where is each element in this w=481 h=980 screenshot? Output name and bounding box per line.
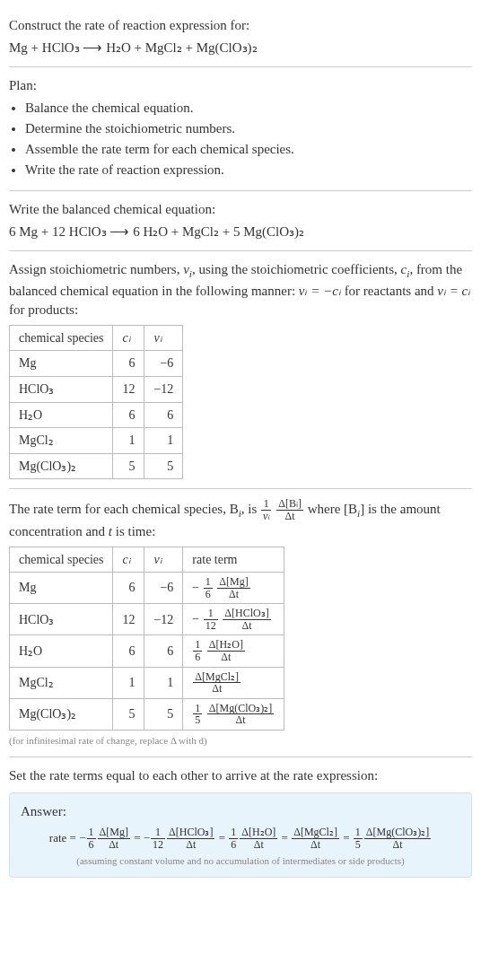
fraction: 15 [354, 827, 363, 850]
nu-cell: 1 [144, 428, 183, 454]
text: The rate term for each chemical species,… [9, 502, 239, 516]
species-cell: Mg [10, 573, 113, 604]
text: for products: [9, 302, 78, 317]
answer-label: Answer: [21, 802, 460, 821]
neg-sign: − [192, 581, 199, 594]
c-cell: 1 [113, 667, 144, 698]
table-row: H₂O 6 6 16 Δ[H₂O]Δt [10, 635, 284, 667]
fraction: 16 [87, 827, 96, 850]
fraction: Δ[Mg(ClO₃)₂]Δt [207, 703, 274, 726]
nu-cell: 1 [144, 667, 183, 698]
plan-section: Plan: Balance the chemical equation. Det… [9, 67, 472, 191]
assumption-note: (assuming constant volume and no accumul… [21, 854, 460, 868]
text: , using the stoichiometric coefficients, [192, 262, 401, 276]
table-row: HClO₃ 12 −12 [10, 376, 183, 402]
c-cell: 6 [113, 402, 144, 428]
balanced-section: Write the balanced chemical equation: 6 … [9, 191, 472, 251]
col-header: cᵢ [113, 547, 144, 573]
fraction: 16 [204, 576, 213, 599]
table-row: Mg(ClO₃)₂ 5 5 [10, 453, 183, 479]
plan-item: Balance the chemical equation. [25, 99, 472, 118]
text: for reactants and [341, 284, 437, 298]
species-cell: HClO₃ [10, 604, 113, 635]
fraction: 112 [151, 827, 165, 850]
answer-box: Answer: rate = −16Δ[Mg]Δt = −112Δ[HClO₃]… [9, 792, 472, 878]
nu-cell: 6 [144, 635, 183, 667]
nu-cell: 5 [144, 698, 183, 730]
species-cell: Mg(ClO₃)₂ [10, 698, 113, 730]
rate-term-cell: − 112 Δ[HClO₃]Δt [183, 604, 284, 635]
species-cell: MgCl₂ [10, 667, 113, 698]
nu-cell: 5 [144, 453, 183, 479]
c-symbol: ci [401, 262, 410, 276]
rate-expression: rate = −16Δ[Mg]Δt = −112Δ[HClO₃]Δt = 16Δ… [21, 827, 460, 850]
fraction: Δ[Mg]Δt [217, 576, 249, 599]
final-intro: Set the rate terms equal to each other t… [9, 766, 472, 785]
relation-reactants: νᵢ = −cᵢ [299, 284, 341, 298]
c-cell: 5 [113, 698, 144, 730]
c-cell: 6 [113, 635, 144, 667]
plan-item: Determine the stoichiometric numbers. [25, 119, 472, 138]
species-cell: H₂O [10, 402, 113, 428]
fraction: Δ[MgCl₂]Δt [193, 671, 240, 695]
nu-symbol: νi [183, 262, 192, 276]
eq-sign: = [282, 831, 292, 844]
balanced-equation: 6 Mg + 12 HClO₃ ⟶ 6 H₂O + MgCl₂ + 5 Mg(C… [9, 223, 472, 241]
text: where [B [308, 502, 357, 516]
table-row: H₂O 6 6 [10, 402, 183, 428]
neg-sign: − [79, 831, 85, 844]
table-row: HClO₃ 12 −12 − 112 Δ[HClO₃]Δt [10, 604, 284, 635]
table-row: Mg 6 −6 − 16 Δ[Mg]Δt [10, 573, 284, 604]
fraction: Δ[MgCl₂]Δt [292, 827, 339, 850]
c-cell: 5 [113, 453, 144, 479]
col-header: νᵢ [144, 325, 183, 351]
stoich-table-1: chemical species cᵢ νᵢ Mg 6 −6 HClO₃ 12 … [9, 325, 183, 480]
eq-sign: = [343, 831, 353, 844]
eq-sign: = [219, 831, 229, 844]
table-row: Mg 6 −6 [10, 351, 183, 377]
fraction: 16 [193, 639, 202, 662]
species-cell: H₂O [10, 635, 113, 667]
fraction: Δ[H₂O]Δt [240, 827, 277, 850]
rate-term-cell: Δ[MgCl₂]Δt [183, 667, 284, 698]
plan-item: Write the rate of reaction expression. [25, 161, 472, 179]
rate-term-intro: The rate term for each chemical species,… [9, 498, 472, 540]
intro-section: Construct the rate of reaction expressio… [9, 7, 472, 67]
c-cell: 12 [113, 604, 144, 635]
col-header: rate term [183, 547, 284, 573]
rate-term-cell: 15 Δ[Mg(ClO₃)₂]Δt [183, 698, 284, 730]
fraction: Δ[H₂O]Δt [207, 639, 245, 662]
plan-label: Plan: [9, 76, 472, 95]
fraction: Δ[HClO₃]Δt [167, 827, 214, 850]
c-cell: 6 [113, 351, 144, 377]
species-cell: HClO₃ [10, 376, 113, 402]
species-cell: Mg(ClO₃)₂ [10, 453, 113, 479]
fraction: 1νᵢ [261, 498, 271, 521]
col-header: chemical species [10, 325, 113, 351]
col-header: νᵢ [144, 547, 183, 573]
neg-sign: − [144, 831, 150, 844]
fraction: Δ[Bᵢ]Δt [276, 498, 303, 521]
table-row: MgCl₂ 1 1 [10, 428, 183, 454]
table-row: MgCl₂ 1 1 Δ[MgCl₂]Δt [10, 667, 284, 698]
c-cell: 1 [113, 428, 144, 454]
table-header-row: chemical species cᵢ νᵢ [10, 325, 183, 351]
fraction: 112 [204, 608, 218, 631]
rate-term-section: The rate term for each chemical species,… [9, 489, 472, 757]
nu-cell: −6 [144, 573, 183, 604]
text: , is [241, 502, 260, 516]
rate-term-cell: 16 Δ[H₂O]Δt [183, 635, 284, 667]
intro-title: Construct the rate of reaction expressio… [9, 16, 472, 35]
neg-sign: − [192, 613, 199, 626]
c-cell: 12 [113, 376, 144, 402]
stoich-table-2: chemical species cᵢ νᵢ rate term Mg 6 −6… [9, 547, 284, 731]
rate-prefix: rate = [49, 831, 79, 844]
nu-cell: −6 [144, 351, 183, 377]
eq-sign: = [134, 831, 144, 844]
fraction: Δ[Mg(ClO₃)₂]Δt [364, 827, 431, 850]
nu-cell: 6 [144, 402, 183, 428]
col-header: cᵢ [113, 325, 144, 351]
species-cell: Mg [10, 351, 113, 377]
fraction: Δ[Mg]Δt [98, 827, 130, 850]
assign-text: Assign stoichiometric numbers, νi, using… [9, 260, 472, 319]
